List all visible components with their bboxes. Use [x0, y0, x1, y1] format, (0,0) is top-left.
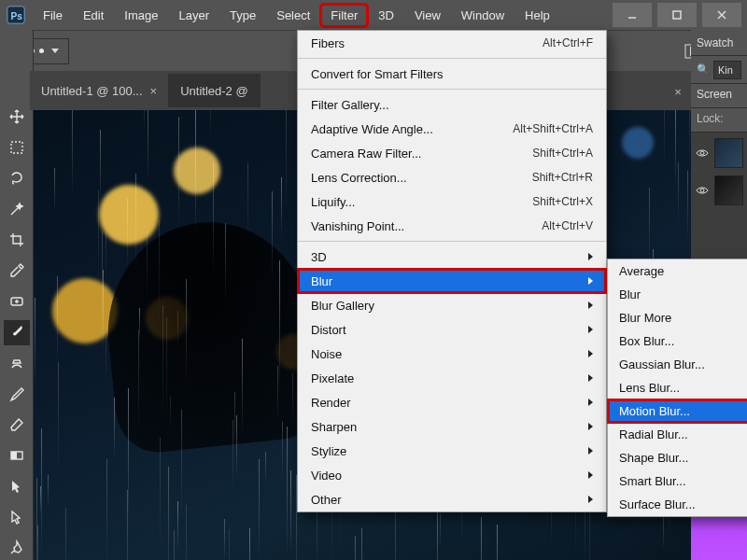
menu-select[interactable]: Select: [267, 5, 319, 26]
filter-menu-item-stylize[interactable]: Stylize: [298, 439, 606, 463]
blur-submenu-item-blur-more[interactable]: Blur More: [608, 306, 747, 329]
crop-tool[interactable]: [4, 228, 30, 253]
filter-menu-item-3d[interactable]: 3D: [298, 245, 606, 269]
submenu-item-label: Smart Blur...: [619, 474, 686, 488]
filter-menu-item-other[interactable]: Other: [298, 487, 606, 511]
filter-menu-dropdown: FibersAlt+Ctrl+FConvert for Smart Filter…: [297, 30, 607, 512]
filter-menu-item-blur-gallery[interactable]: Blur Gallery: [298, 293, 606, 317]
chevron-down-icon: [51, 49, 59, 53]
menu-help[interactable]: Help: [515, 5, 559, 26]
photoshop-window: Ps File Edit Image Layer Type Select Fil…: [0, 0, 747, 560]
menu-item-shortcut: Shift+Ctrl+X: [532, 195, 593, 208]
menu-item-label: Blur Gallery: [311, 299, 374, 313]
blur-submenu-item-gaussian-blur[interactable]: Gaussian Blur...: [608, 353, 747, 376]
filter-menu-item-camera-raw-filter[interactable]: Camera Raw Filter...Shift+Ctrl+A: [298, 141, 606, 165]
filter-menu-item-blur[interactable]: Blur: [298, 269, 606, 293]
blur-submenu-item-blur[interactable]: Blur: [608, 283, 747, 306]
path-select-tool[interactable]: [4, 473, 30, 498]
menu-item-label: Lens Correction...: [311, 171, 407, 185]
menu-view[interactable]: View: [405, 5, 450, 26]
tool-strip: [0, 30, 34, 560]
blur-submenu-item-shape-blur[interactable]: Shape Blur...: [608, 446, 747, 469]
submenu-item-label: Motion Blur...: [619, 404, 690, 418]
filter-menu-item-vanishing-point[interactable]: Vanishing Point...Alt+Ctrl+V: [298, 214, 606, 238]
eraser-tool[interactable]: [4, 412, 30, 437]
submenu-item-label: Lens Blur...: [619, 381, 680, 395]
lasso-tool[interactable]: [4, 166, 30, 191]
svg-point-14: [700, 189, 704, 192]
blur-submenu: AverageBlurBlur MoreBox Blur...Gaussian …: [607, 259, 747, 517]
svg-rect-12: [11, 452, 17, 459]
magic-wand-tool[interactable]: [4, 197, 30, 222]
menu-image[interactable]: Image: [115, 5, 167, 26]
menu-filter[interactable]: Filter: [321, 5, 367, 26]
pen-tool[interactable]: [4, 535, 30, 560]
menu-window[interactable]: Window: [452, 5, 514, 26]
gradient-tool[interactable]: [4, 442, 30, 468]
filter-menu-item-noise[interactable]: Noise: [298, 342, 606, 366]
menu-item-label: Blur: [311, 274, 332, 288]
menu-separator: [298, 241, 606, 242]
blur-submenu-item-radial-blur[interactable]: Radial Blur...: [608, 423, 747, 446]
filter-menu-item-pixelate[interactable]: Pixelate: [298, 366, 606, 390]
filter-menu-item-sharpen[interactable]: Sharpen: [298, 414, 606, 439]
history-brush-tool[interactable]: [4, 381, 30, 406]
swatches-panel-tab[interactable]: Swatch: [691, 30, 747, 56]
menu-item-label: Adaptive Wide Angle...: [311, 122, 433, 136]
blur-submenu-item-surface-blur[interactable]: Surface Blur...: [608, 493, 747, 516]
menu-layer[interactable]: Layer: [170, 5, 219, 26]
rect-marquee-tool[interactable]: [4, 135, 30, 161]
submenu-item-label: Box Blur...: [619, 334, 674, 348]
close-icon[interactable]: ×: [669, 82, 687, 101]
submenu-item-label: Average: [619, 264, 664, 278]
menu-edit[interactable]: Edit: [74, 5, 113, 26]
layer-row[interactable]: [695, 175, 743, 205]
search-input[interactable]: [713, 61, 741, 79]
svg-point-13: [700, 151, 704, 155]
blur-submenu-item-motion-blur[interactable]: Motion Blur...: [608, 399, 747, 423]
window-controls: [613, 3, 741, 27]
filter-menu-item-video[interactable]: Video: [298, 463, 606, 487]
document-tab-1[interactable]: Untitled-1 @ 100... ×: [30, 74, 169, 107]
filter-menu-item-fibers[interactable]: FibersAlt+Ctrl+F: [298, 31, 606, 55]
document-tab-2[interactable]: Untitled-2 @: [169, 74, 260, 107]
brush-tool[interactable]: [4, 320, 30, 345]
maximize-button[interactable]: [657, 3, 697, 27]
filter-menu-item-adaptive-wide-angle[interactable]: Adaptive Wide Angle...Alt+Shift+Ctrl+A: [298, 117, 606, 141]
direct-select-tool[interactable]: [4, 504, 30, 529]
filter-menu-item-convert-for-smart-filters[interactable]: Convert for Smart Filters: [298, 62, 606, 86]
blur-submenu-item-lens-blur[interactable]: Lens Blur...: [608, 376, 747, 399]
menu-item-label: Vanishing Point...: [311, 219, 404, 233]
submenu-item-label: Gaussian Blur...: [619, 357, 705, 371]
menu-item-shortcut: Shift+Ctrl+A: [532, 147, 593, 160]
filter-menu-item-filter-gallery[interactable]: Filter Gallery...: [298, 92, 606, 117]
close-icon[interactable]: ×: [150, 84, 158, 98]
spot-heal-tool[interactable]: [4, 289, 30, 315]
filter-menu-item-liquify[interactable]: Liquify...Shift+Ctrl+X: [298, 189, 606, 214]
clone-stamp-tool[interactable]: [4, 351, 30, 376]
menu-item-label: Distort: [311, 323, 346, 337]
layer-thumbnail: [714, 175, 743, 205]
ps-logo-icon: Ps: [6, 5, 26, 25]
minimize-button[interactable]: [613, 3, 652, 27]
filter-menu-item-render[interactable]: Render: [298, 390, 606, 414]
filter-menu-item-lens-correction[interactable]: Lens Correction...Shift+Ctrl+R: [298, 165, 606, 189]
menu-separator: [298, 89, 606, 90]
layer-row[interactable]: [695, 138, 743, 168]
panel-screens[interactable]: Screen: [691, 84, 747, 108]
menu-3d[interactable]: 3D: [369, 5, 403, 26]
close-button[interactable]: [702, 3, 741, 27]
visibility-icon[interactable]: [695, 146, 709, 161]
eyedropper-tool[interactable]: [4, 259, 30, 284]
menu-file[interactable]: File: [34, 5, 72, 26]
menu-type[interactable]: Type: [220, 5, 265, 26]
svg-rect-9: [11, 142, 22, 153]
blur-submenu-item-smart-blur[interactable]: Smart Blur...: [608, 469, 747, 493]
blur-submenu-item-box-blur[interactable]: Box Blur...: [608, 329, 747, 353]
blur-submenu-item-average[interactable]: Average: [608, 259, 747, 283]
menu-item-label: Sharpen: [311, 420, 357, 434]
visibility-icon[interactable]: [695, 183, 709, 198]
move-tool[interactable]: [4, 105, 30, 130]
menu-item-label: Other: [311, 493, 342, 507]
filter-menu-item-distort[interactable]: Distort: [298, 317, 606, 342]
